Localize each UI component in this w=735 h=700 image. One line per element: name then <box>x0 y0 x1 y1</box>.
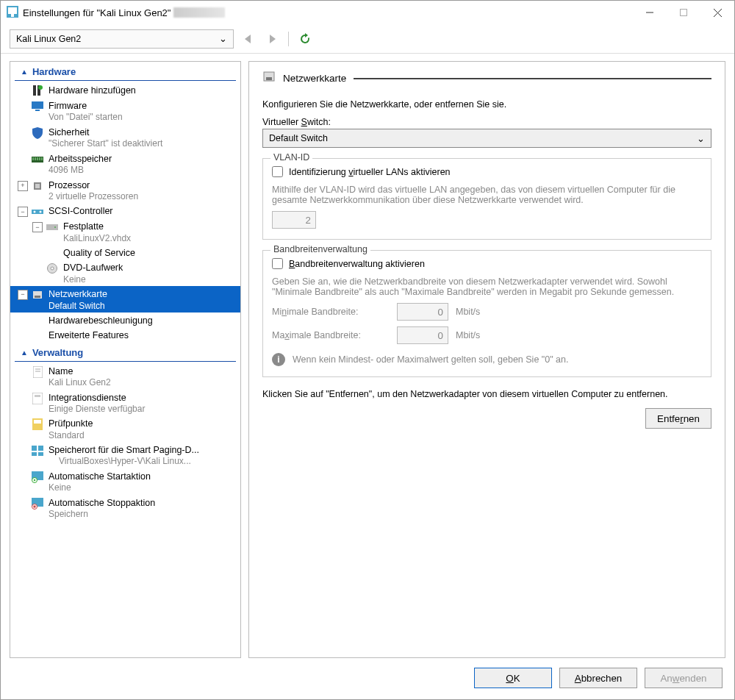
redacted-text <box>173 7 225 18</box>
tree-label: Hardware hinzufügen <box>49 85 136 96</box>
svg-rect-15 <box>32 157 34 160</box>
svg-marker-8 <box>270 35 276 43</box>
tree-autostart[interactable]: Automatische StartaktionKeine <box>10 468 240 495</box>
collapse-icon[interactable]: − <box>32 222 43 232</box>
vswitch-dropdown[interactable]: Default Switch ⌄ <box>262 129 711 148</box>
tree-sub: Kali Linux Gen2 <box>49 377 111 389</box>
chevron-down-icon: ⌄ <box>219 33 227 44</box>
tree-firmware[interactable]: FirmwareVon "Datei" starten <box>10 98 240 124</box>
tree-sub: "Sicherer Start" ist deaktiviert <box>49 138 162 150</box>
tree-autostop[interactable]: Automatische StoppaktionSpeichern <box>10 495 240 521</box>
svg-rect-40 <box>32 452 37 456</box>
tree-checkpoints[interactable]: PrüfpunkteStandard <box>10 415 240 442</box>
settings-tree[interactable]: ▲ Hardware Hardware hinzufügen FirmwareV… <box>10 61 241 658</box>
reload-button[interactable] <box>296 30 314 48</box>
tree-sub: Einige Dienste verfügbar <box>49 404 145 415</box>
svg-rect-38 <box>32 446 37 451</box>
tree-label: Netzwerkkarte <box>49 288 107 300</box>
max-bandwidth-input[interactable] <box>397 326 448 344</box>
svg-rect-37 <box>34 420 41 424</box>
dialog-footer: OK Abbrechen Anwenden <box>1 664 734 699</box>
tree-hwaccel[interactable]: Hardwarebeschleunigung <box>10 312 240 327</box>
expand-icon[interactable]: + <box>18 181 28 191</box>
cancel-button[interactable]: Abbrechen <box>559 668 637 688</box>
svg-rect-39 <box>38 446 43 451</box>
section-verwaltung[interactable]: ▲ Verwaltung <box>15 344 236 362</box>
unit-label: Mbit/s <box>456 307 480 317</box>
tree-name[interactable]: NameKali Linux Gen2 <box>10 363 240 390</box>
chevron-down-icon: ⌄ <box>697 133 705 144</box>
integration-icon <box>31 393 44 404</box>
tree-sub: Speichern <box>49 509 155 521</box>
tree-sub: Von "Datei" starten <box>49 112 123 124</box>
tree-dvd[interactable]: DVD-LaufwerkKeine <box>10 260 240 286</box>
nav-forward-button[interactable] <box>263 30 281 48</box>
remove-button[interactable]: Entfernen <box>645 408 711 429</box>
minimize-button[interactable] <box>633 1 667 24</box>
tree-label: Speicherort für die Smart Paging-D... <box>49 444 199 456</box>
apply-button[interactable]: Anwenden <box>645 668 723 688</box>
tree-label: DVD-Laufwerk <box>63 262 123 274</box>
tree-nic[interactable]: − NetzwerkkarteDefault Switch <box>10 286 240 312</box>
info-icon: i <box>272 353 285 366</box>
tree-security[interactable]: Sicherheit"Sicherer Start" ist deaktivie… <box>10 124 240 151</box>
tree-label: SCSI-Controller <box>49 205 113 217</box>
controller-icon <box>31 206 44 218</box>
min-bandwidth-label: Minimale Bandbreite: <box>272 307 390 317</box>
vlan-enable-checkbox[interactable] <box>272 166 283 177</box>
monitor-icon <box>31 101 44 113</box>
tree-label: Arbeitsspeicher <box>49 153 112 165</box>
tree-label: Hardwarebeschleunigung <box>49 315 153 326</box>
maximize-button[interactable] <box>667 1 700 24</box>
tree-sub: VirtualBoxes\Hyper-V\Kali Linux... <box>49 456 199 468</box>
tree-smartpaging[interactable]: Speicherort für die Smart Paging-D...Vir… <box>10 442 240 468</box>
svg-point-26 <box>54 226 56 228</box>
hdd-icon <box>46 221 59 233</box>
tree-integration[interactable]: IntegrationsdiensteEinige Dienste verfüg… <box>10 390 240 416</box>
svg-point-24 <box>40 211 42 213</box>
tree-label: Automatische Stoppaktion <box>49 497 155 509</box>
tree-qos[interactable]: Quality of Service <box>10 245 240 260</box>
tree-sub: Default Switch <box>49 301 107 312</box>
svg-rect-4 <box>681 10 687 16</box>
vlan-group: VLAN-ID Identifizierung virtueller LANs … <box>262 158 711 240</box>
min-bandwidth-input[interactable] <box>397 303 448 321</box>
tree-label: Sicherheit <box>49 126 162 138</box>
bandwidth-enable-checkbox[interactable] <box>272 258 283 269</box>
section-hardware[interactable]: ▲ Hardware <box>15 63 236 81</box>
max-bandwidth-label: Maximale Bandbreite: <box>272 330 390 340</box>
collapse-icon[interactable]: − <box>18 290 28 300</box>
vlan-group-title: VLAN-ID <box>270 152 312 162</box>
tree-scsi[interactable]: − SCSI-Controller <box>10 203 240 218</box>
vlan-id-input[interactable] <box>272 211 316 229</box>
close-button[interactable] <box>700 1 734 24</box>
svg-rect-16 <box>35 157 36 160</box>
tree-memory[interactable]: Arbeitsspeicher4096 MB <box>10 151 240 177</box>
bandwidth-group-title: Bandbreitenverwaltung <box>270 244 370 254</box>
svg-marker-7 <box>245 35 251 43</box>
svg-rect-2 <box>11 14 14 17</box>
tree-advfeat[interactable]: Erweiterte Features <box>10 327 240 342</box>
tree-hdd[interactable]: − FestplatteKaliLinuxV2.vhdx <box>10 218 240 245</box>
svg-point-23 <box>34 211 36 213</box>
settings-panel: Netzwerkkarte Konfigurieren Sie die Netz… <box>248 61 725 658</box>
disc-icon <box>46 262 59 274</box>
tree-cpu[interactable]: + Prozessor2 virtuelle Prozessoren <box>10 177 240 204</box>
svg-point-28 <box>51 267 54 270</box>
title-line <box>354 78 711 79</box>
tree-sub: Keine <box>63 274 123 286</box>
vm-select-dropdown[interactable]: Kali Linux Gen2 ⌄ <box>10 29 234 49</box>
tree-label: Automatische Startaktion <box>49 471 151 482</box>
svg-rect-31 <box>33 366 43 378</box>
tree-add-hardware[interactable]: Hardware hinzufügen <box>10 82 240 98</box>
svg-rect-1 <box>8 7 17 14</box>
tree-sub: 2 virtuelle Prozessoren <box>49 191 138 203</box>
checkpoint-icon <box>31 418 44 430</box>
collapse-icon[interactable]: − <box>18 207 28 217</box>
nav-back-button[interactable] <box>240 30 257 48</box>
shield-icon <box>31 127 44 139</box>
collapse-icon: ▲ <box>21 349 28 357</box>
unit-label: Mbit/s <box>456 330 480 340</box>
svg-rect-35 <box>35 395 40 397</box>
ok-button[interactable]: OK <box>474 668 552 688</box>
